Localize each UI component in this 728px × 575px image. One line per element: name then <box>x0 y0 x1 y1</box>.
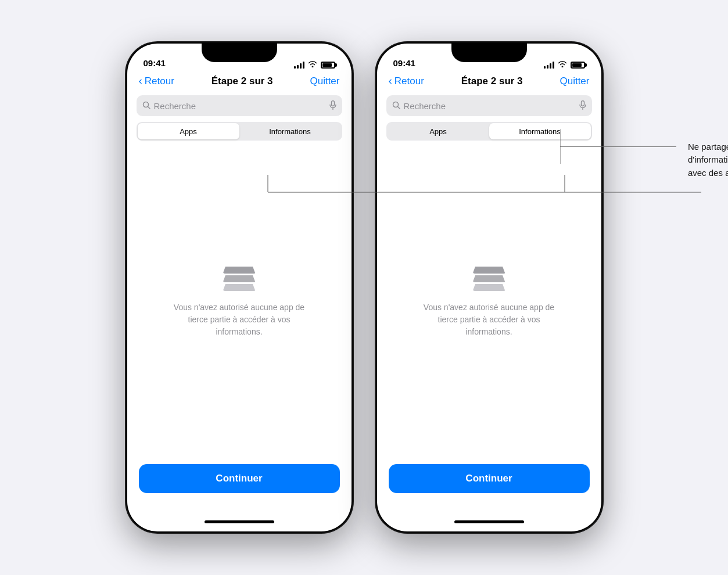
wifi-icon-left <box>308 60 317 69</box>
wifi-icon-right <box>558 60 567 69</box>
home-indicator-left <box>127 512 352 531</box>
nav-title-left: Étape 2 sur 3 <box>211 76 273 87</box>
back-button-left[interactable]: ‹ Retour <box>139 75 174 87</box>
nav-bar-right: ‹ Retour Étape 2 sur 3 Quitter <box>377 73 601 92</box>
back-button-right[interactable]: ‹ Retour <box>389 75 424 87</box>
search-bar-left[interactable]: Recherche <box>137 95 342 116</box>
iphone-left: 09:41 <box>126 42 353 533</box>
search-bar-right[interactable]: Recherche <box>386 95 592 116</box>
battery-icon-left <box>321 62 335 69</box>
home-indicator-right <box>377 512 601 531</box>
mic-icon-right <box>579 100 586 112</box>
annotation-line2: d'informations <box>688 153 728 167</box>
quit-button-left[interactable]: Quitter <box>310 76 339 87</box>
segment-apps-left[interactable]: Apps <box>138 123 239 139</box>
svg-rect-2 <box>331 100 334 106</box>
svg-line-5 <box>397 106 400 109</box>
search-icon-left <box>142 101 150 111</box>
empty-text-right: Vous n'avez autorisé aucune app de tierc… <box>419 301 559 338</box>
quit-button-right[interactable]: Quitter <box>560 76 589 87</box>
battery-icon-right <box>571 62 585 69</box>
back-label-left: Retour <box>145 76 174 87</box>
content-area-right: Vous n'avez autorisé aucune app de tierc… <box>377 148 601 457</box>
status-icons-left <box>294 60 335 69</box>
bottom-area-left: Continuer <box>127 457 352 512</box>
chevron-left-icon-right: ‹ <box>389 74 392 87</box>
segment-informations-right[interactable]: Informations <box>489 123 591 139</box>
notch-right <box>451 42 527 62</box>
mic-icon-left <box>329 100 336 112</box>
chevron-left-icon: ‹ <box>139 74 142 87</box>
nav-bar-left: ‹ Retour Étape 2 sur 3 Quitter <box>127 73 352 92</box>
iphone-right: 09:41 <box>376 42 603 533</box>
empty-text-left: Vous n'avez autorisé aucune app de tierc… <box>170 301 309 338</box>
signal-icon-right <box>544 62 554 69</box>
annotation-line3: avec des apps <box>688 167 728 180</box>
status-time-left: 09:41 <box>144 58 166 69</box>
search-icon-right <box>392 101 400 111</box>
segment-control-right: Apps Informations <box>386 122 592 141</box>
stack-icon-left <box>223 267 256 291</box>
search-placeholder-right: Recherche <box>404 101 576 111</box>
nav-title-right: Étape 2 sur 3 <box>461 76 523 87</box>
status-time-right: 09:41 <box>393 58 415 69</box>
continue-button-left[interactable]: Continuer <box>139 464 340 493</box>
annotation: Ne partage pas d'informations avec des a… <box>676 141 728 180</box>
content-area-left: Vous n'avez autorisé aucune app de tierc… <box>127 148 352 457</box>
stack-icon-right <box>473 267 505 291</box>
svg-rect-6 <box>581 100 584 106</box>
svg-line-1 <box>148 106 150 109</box>
status-icons-right <box>544 60 585 69</box>
segment-informations-left[interactable]: Informations <box>239 123 341 139</box>
bottom-area-right: Continuer <box>377 457 601 512</box>
annotation-line1: Ne partage pas <box>688 141 728 154</box>
notch-left <box>202 42 277 62</box>
continue-button-right[interactable]: Continuer <box>389 464 590 493</box>
signal-icon-left <box>294 62 304 69</box>
search-placeholder-left: Recherche <box>154 101 326 111</box>
segment-control-left: Apps Informations <box>137 122 342 141</box>
back-label-right: Retour <box>395 76 424 87</box>
segment-apps-right[interactable]: Apps <box>388 123 489 139</box>
